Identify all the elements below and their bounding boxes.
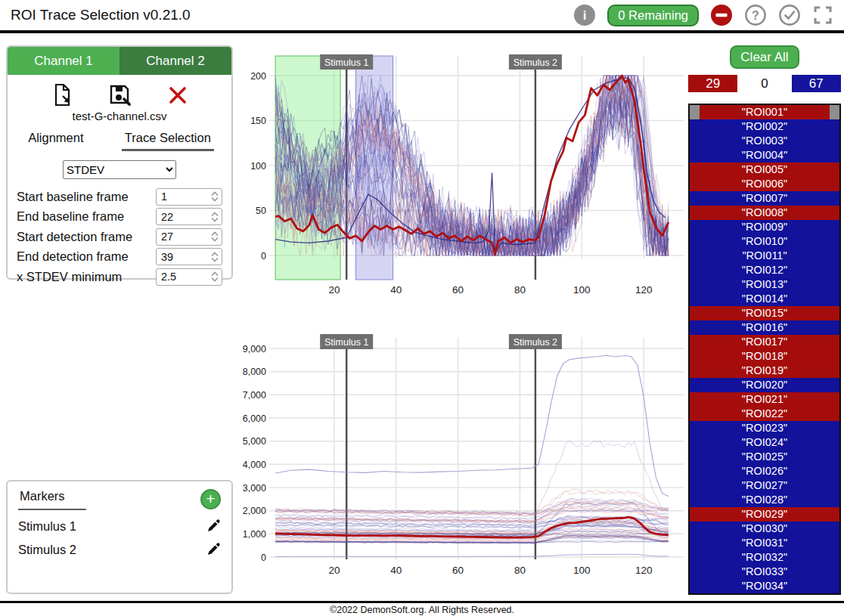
- roi-item[interactable]: "ROI020": [690, 378, 839, 392]
- roi-item[interactable]: "ROI012": [690, 263, 839, 277]
- roi-item[interactable]: "ROI013": [690, 277, 839, 292]
- number-spinner[interactable]: [208, 209, 221, 224]
- roi-name: "ROI021": [690, 392, 839, 407]
- channel-tabs: Channel 1 Channel 2: [8, 47, 231, 75]
- svg-text:7,000: 7,000: [243, 390, 266, 401]
- roi-name: "ROI027": [690, 478, 839, 493]
- field-row: End detection frame: [17, 247, 222, 268]
- roi-name: "ROI010": [690, 234, 839, 249]
- selected-count: 29: [688, 75, 737, 92]
- tab-channel-1[interactable]: Channel 1: [8, 47, 119, 75]
- roi-item[interactable]: "ROI031": [690, 536, 839, 550]
- roi-item[interactable]: "ROI023": [690, 421, 839, 435]
- help-circle-icon[interactable]: ?: [744, 4, 767, 26]
- roi-name: "ROI030": [690, 522, 839, 536]
- roi-item[interactable]: "ROI001": [690, 105, 839, 119]
- roi-item[interactable]: "ROI021": [690, 392, 839, 407]
- roi-item[interactable]: "ROI003": [690, 134, 839, 148]
- svg-text:Stimulus 2: Stimulus 2: [514, 57, 557, 68]
- svg-text:40: 40: [390, 565, 402, 576]
- roi-name: "ROI008": [690, 206, 839, 220]
- svg-text:60: 60: [452, 284, 464, 296]
- edit-marker-icon[interactable]: [206, 518, 221, 534]
- svg-text:?: ?: [752, 9, 759, 22]
- footer-divider: [0, 601, 844, 603]
- roi-name: "ROI025": [690, 450, 839, 464]
- roi-name: "ROI005": [690, 163, 839, 177]
- roi-item[interactable]: "ROI022": [690, 407, 839, 421]
- add-marker-button[interactable]: +: [200, 489, 221, 509]
- unselected-count: 67: [792, 75, 841, 92]
- roi-name: "ROI007": [690, 191, 839, 206]
- svg-text:40: 40: [390, 284, 402, 296]
- save-file-icon[interactable]: [108, 83, 132, 107]
- svg-text:4,000: 4,000: [243, 460, 266, 470]
- marker-row: Stimulus 2: [18, 542, 221, 557]
- svg-text:20: 20: [328, 565, 340, 576]
- field-row: End baseline frame: [17, 207, 222, 228]
- roi-name: "ROI004": [690, 148, 839, 163]
- roi-item[interactable]: "ROI010": [690, 234, 839, 249]
- svg-text:80: 80: [514, 565, 526, 576]
- roi-item[interactable]: "ROI029": [690, 507, 839, 522]
- number-spinner[interactable]: [208, 270, 221, 284]
- roi-item[interactable]: "ROI007": [690, 191, 839, 206]
- open-file-icon[interactable]: [51, 83, 73, 107]
- method-select[interactable]: STDEV: [63, 160, 176, 179]
- roi-item[interactable]: "ROI028": [690, 493, 839, 507]
- roi-item[interactable]: "ROI002": [690, 119, 839, 134]
- roi-name: "ROI018": [690, 349, 839, 364]
- fullscreen-icon[interactable]: [812, 5, 833, 26]
- roi-item[interactable]: "ROI026": [690, 464, 839, 478]
- svg-text:Stimulus 1: Stimulus 1: [324, 337, 368, 348]
- roi-item[interactable]: "ROI019": [690, 364, 839, 378]
- svg-text:i: i: [583, 8, 587, 23]
- roi-item[interactable]: "ROI011": [690, 249, 839, 263]
- roi-item[interactable]: "ROI017": [690, 335, 839, 349]
- roi-item[interactable]: "ROI008": [690, 206, 839, 220]
- roi-item[interactable]: "ROI025": [690, 450, 839, 464]
- roi-item[interactable]: "ROI033": [690, 565, 839, 579]
- svg-text:200: 200: [250, 71, 266, 82]
- roi-item[interactable]: "ROI030": [690, 522, 839, 536]
- tab-alignment[interactable]: Alignment: [25, 131, 86, 151]
- field-row: Start detection frame: [17, 227, 222, 247]
- roi-name: "ROI012": [690, 263, 839, 277]
- number-spinner[interactable]: [208, 230, 221, 244]
- svg-text:0: 0: [261, 251, 266, 262]
- tab-channel-2[interactable]: Channel 2: [119, 47, 231, 75]
- roi-item[interactable]: "ROI032": [690, 550, 839, 565]
- roi-item[interactable]: "ROI004": [690, 148, 839, 163]
- clear-all-button[interactable]: Clear All: [730, 45, 799, 69]
- roi-item[interactable]: "ROI006": [690, 177, 839, 191]
- roi-name: "ROI009": [690, 220, 839, 234]
- roi-item[interactable]: "ROI016": [690, 320, 839, 335]
- tab-trace-selection[interactable]: Trace Selection: [122, 131, 214, 151]
- roi-item[interactable]: "ROI005": [690, 163, 839, 177]
- roi-item[interactable]: "ROI034": [690, 579, 839, 593]
- roi-item[interactable]: "ROI027": [690, 478, 839, 493]
- roi-item[interactable]: "ROI018": [690, 349, 839, 364]
- number-spinner[interactable]: [208, 249, 221, 264]
- roi-item[interactable]: "ROI015": [690, 306, 839, 320]
- remove-file-icon[interactable]: [167, 85, 188, 106]
- roi-item[interactable]: "ROI014": [690, 292, 839, 306]
- number-spinner[interactable]: [208, 190, 221, 204]
- roi-name: "ROI029": [690, 507, 839, 522]
- check-circle-icon[interactable]: [778, 4, 801, 26]
- marker-list: Stimulus 1Stimulus 2: [18, 518, 221, 557]
- edit-marker-icon[interactable]: [206, 542, 221, 557]
- roi-list[interactable]: "ROI001""ROI002""ROI003""ROI004""ROI005"…: [688, 104, 841, 595]
- svg-text:2,000: 2,000: [243, 506, 266, 516]
- roi-item[interactable]: "ROI009": [690, 220, 839, 234]
- info-icon[interactable]: i: [573, 4, 596, 26]
- roi-name: "ROI024": [690, 435, 839, 450]
- marker-label: Stimulus 2: [18, 543, 76, 557]
- minus-circle-icon[interactable]: [710, 4, 733, 26]
- roi-item[interactable]: "ROI024": [690, 435, 839, 450]
- field-label: Start detection frame: [17, 230, 132, 244]
- svg-text:120: 120: [635, 284, 653, 296]
- trace-chart-normalized: 05010015020020406080100120Stimulus 1Stim…: [236, 39, 684, 308]
- channel-config-panel: Channel 1 Channel 2 test-G-channel.csv A…: [6, 45, 233, 280]
- roi-name: "ROI026": [690, 464, 839, 478]
